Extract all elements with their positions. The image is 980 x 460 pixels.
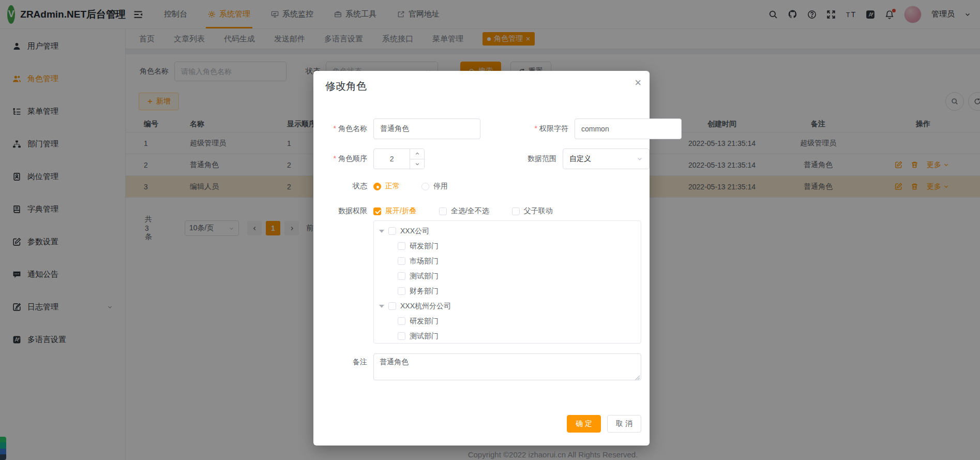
radio-checked-icon xyxy=(373,183,381,190)
checkbox-unchecked-icon[interactable] xyxy=(398,257,405,265)
tree-node-label[interactable]: 研发部门 xyxy=(410,242,439,251)
chevron-down-icon xyxy=(637,156,643,162)
role-order-value: 2 xyxy=(374,149,410,169)
data-scope-value: 自定义 xyxy=(569,154,591,164)
tree-node-label[interactable]: XXX公司 xyxy=(400,227,429,236)
checkbox-checked-icon xyxy=(373,207,381,215)
status-field-label: 状态 xyxy=(313,182,367,191)
tree-node-child[interactable]: 财务部门 xyxy=(374,284,641,299)
checkbox-label: 展开/折叠 xyxy=(385,206,416,216)
status-radio-normal[interactable]: 正常 xyxy=(373,182,400,191)
role-name-input[interactable] xyxy=(373,118,480,139)
parent-child-link-checkbox[interactable]: 父子联动 xyxy=(512,206,553,216)
checkbox-unchecked-icon xyxy=(512,207,520,215)
radio-unchecked-icon xyxy=(421,183,429,190)
data-permission-field-label: 数据权限 xyxy=(313,206,367,216)
tree-node-child[interactable]: 市场部门 xyxy=(374,254,641,269)
tree-node-child[interactable]: 测试部门 xyxy=(374,329,641,344)
data-scope-field-label: 数据范围 xyxy=(425,154,556,164)
role-name-field-label: 角色名称 xyxy=(313,124,367,133)
radio-label: 正常 xyxy=(385,182,400,191)
checkbox-unchecked-icon[interactable] xyxy=(398,332,405,340)
checkbox-unchecked-icon[interactable] xyxy=(398,287,405,295)
form-row-status: 状态 正常 停用 xyxy=(313,177,650,195)
form-row-1: 角色名称 权限字符 xyxy=(313,118,650,139)
perm-char-field-label: 权限字符 xyxy=(480,124,568,133)
checkbox-unchecked-icon xyxy=(439,207,447,215)
tree-node-label[interactable]: 财务部门 xyxy=(410,287,439,296)
status-radio-disabled[interactable]: 停用 xyxy=(421,182,448,191)
edit-role-dialog: 修改角色 × 角色名称 权限字符 角色顺序 2 xyxy=(313,71,650,446)
confirm-button[interactable]: 确 定 xyxy=(567,415,601,433)
tree-node-child[interactable]: 研发部门 xyxy=(374,314,641,329)
cancel-button[interactable]: 取 消 xyxy=(607,415,641,433)
stepper-up-button[interactable] xyxy=(410,149,424,159)
tree-node-child[interactable]: 测试部门 xyxy=(374,269,641,284)
checkbox-unchecked-icon[interactable] xyxy=(388,302,396,310)
data-scope-select[interactable]: 自定义 xyxy=(563,149,650,169)
tree-node-parent[interactable]: XXX杭州分公司 xyxy=(374,299,641,314)
stepper-down-button[interactable] xyxy=(410,159,424,169)
radio-label: 停用 xyxy=(433,182,448,191)
checkbox-unchecked-icon[interactable] xyxy=(398,272,405,280)
dialog-footer: 确 定 取 消 xyxy=(567,415,641,433)
perm-char-input[interactable] xyxy=(575,118,682,139)
tree-node-label[interactable]: XXX杭州分公司 xyxy=(400,302,451,311)
checkbox-unchecked-icon[interactable] xyxy=(398,317,405,325)
tree-node-label[interactable]: 测试部门 xyxy=(410,272,439,281)
form-row-remark: 备注 xyxy=(313,357,367,367)
department-tree: XXX公司 研发部门 市场部门 测试部门 财务部门 XXX杭州分公司 xyxy=(373,220,641,344)
tree-node-label[interactable]: 研发部门 xyxy=(410,317,439,326)
checkbox-unchecked-icon[interactable] xyxy=(388,227,396,235)
role-order-stepper[interactable]: 2 xyxy=(373,149,425,169)
dialog-title: 修改角色 xyxy=(325,79,367,93)
tree-node-parent[interactable]: XXX公司 xyxy=(374,224,641,239)
role-order-field-label: 角色顺序 xyxy=(313,154,367,164)
caret-down-icon[interactable] xyxy=(379,230,384,233)
form-row-data-permission: 数据权限 展开/折叠 全选/全不选 父子联动 xyxy=(313,202,650,220)
remark-textarea[interactable]: 普通角色 xyxy=(373,353,641,380)
remark-field-label: 备注 xyxy=(313,358,367,367)
expand-collapse-checkbox[interactable]: 展开/折叠 xyxy=(373,206,416,216)
checkbox-unchecked-icon[interactable] xyxy=(398,242,405,250)
tree-node-label[interactable]: 测试部门 xyxy=(410,332,439,341)
caret-down-icon[interactable] xyxy=(379,305,384,308)
checkbox-label: 父子联动 xyxy=(524,206,553,216)
tree-node-label[interactable]: 市场部门 xyxy=(410,257,439,266)
form-row-2: 角色顺序 2 数据范围 自定义 xyxy=(313,149,650,169)
tree-node-child[interactable]: 研发部门 xyxy=(374,239,641,254)
dialog-close-icon[interactable]: × xyxy=(635,77,641,88)
select-all-checkbox[interactable]: 全选/全不选 xyxy=(439,206,489,216)
checkbox-label: 全选/全不选 xyxy=(451,206,489,216)
